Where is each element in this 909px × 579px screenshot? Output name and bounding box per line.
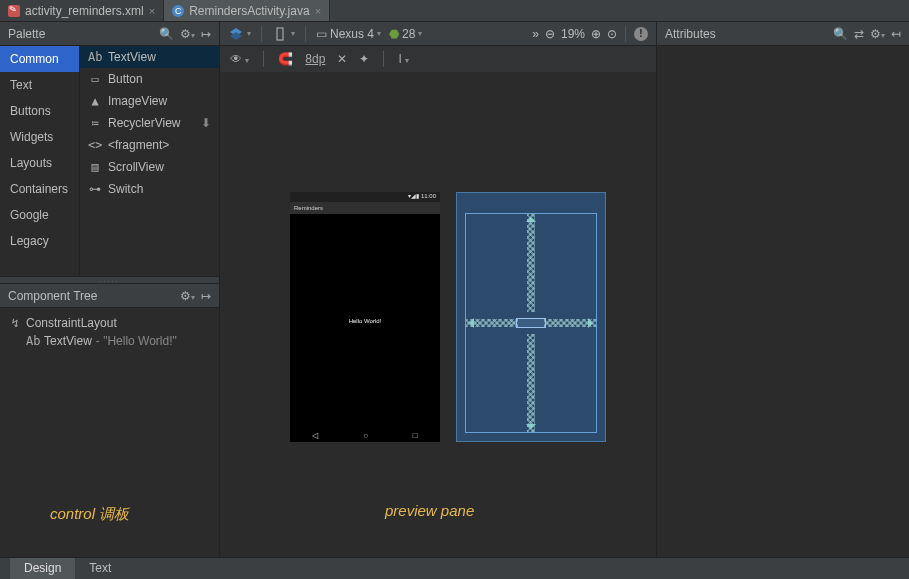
infer-constraints-button[interactable]: ✦	[359, 52, 369, 66]
api-level: 28	[402, 27, 415, 41]
blueprint-textview[interactable]	[516, 318, 546, 328]
api-selector[interactable]: ⬣ 28 ▾	[389, 27, 422, 41]
tree-label: ConstraintLayout	[26, 316, 117, 330]
nav-bar: ◁○□	[290, 428, 440, 442]
zoom-in-button[interactable]: ⊕	[591, 27, 601, 41]
preview-area[interactable]: ▾◢▮ 11:00 Reminders Hello World! ◁○□	[220, 72, 656, 557]
palette-header: Palette 🔍 ⚙▾ ↦	[0, 22, 219, 46]
widget-switch[interactable]: ⊶ Switch	[80, 178, 219, 200]
textview-icon: Ab	[26, 334, 40, 348]
constraintlayout-icon: ↯	[8, 316, 22, 330]
download-icon[interactable]: ⬇	[201, 116, 211, 130]
category-legacy[interactable]: Legacy	[0, 228, 79, 254]
orientation-button[interactable]: ▾	[272, 26, 295, 42]
collapse-icon[interactable]: ↦	[201, 27, 211, 41]
phone-content: Hello World!	[290, 214, 440, 428]
palette-widgets: Ab TextView ▭ Button ▲ ImageView ≔ Recyc…	[80, 46, 219, 276]
tab-label: activity_reminders.xml	[25, 4, 144, 18]
java-file-icon: C	[172, 5, 184, 17]
device-selector[interactable]: ▭ Nexus 4 ▾	[316, 27, 381, 41]
left-panel: Palette 🔍 ⚙▾ ↦ Common Text Buttons Widge…	[0, 22, 220, 557]
search-icon[interactable]: 🔍	[159, 27, 174, 41]
widget-recyclerview[interactable]: ≔ RecyclerView ⬇	[80, 112, 219, 134]
attributes-title: Attributes	[665, 27, 716, 41]
swap-icon[interactable]: ⇄	[854, 27, 864, 41]
category-layouts[interactable]: Layouts	[0, 150, 79, 176]
xml-file-icon	[8, 5, 20, 17]
recyclerview-icon: ≔	[88, 116, 102, 130]
scrollview-icon: ▤	[88, 160, 102, 174]
palette-body: Common Text Buttons Widgets Layouts Cont…	[0, 46, 219, 276]
widget-fragment[interactable]: <> <fragment>	[80, 134, 219, 156]
design-toolbar: ▾ ▾ ▭ Nexus 4 ▾ ⬣ 28 ▾ » ⊖ 19% ⊕	[220, 22, 656, 46]
clear-constraints-button[interactable]: ✕	[337, 52, 347, 66]
palette-categories: Common Text Buttons Widgets Layouts Cont…	[0, 46, 80, 276]
widget-label: Button	[108, 72, 143, 86]
eye-icon[interactable]: 👁 ▾	[230, 52, 249, 66]
widget-label: RecyclerView	[108, 116, 180, 130]
category-widgets[interactable]: Widgets	[0, 124, 79, 150]
widget-scrollview[interactable]: ▤ ScrollView	[80, 156, 219, 178]
bottom-tabs: Design Text	[0, 557, 909, 579]
default-margin-button[interactable]: 8dp	[305, 52, 325, 66]
more-icon[interactable]: »	[532, 27, 539, 41]
align-button[interactable]: I ▾	[398, 52, 409, 66]
fragment-icon: <>	[88, 138, 102, 152]
tree-label: TextView	[44, 334, 92, 348]
blueprint-root	[465, 213, 597, 433]
textview-icon: Ab	[88, 50, 102, 64]
zoom-out-button[interactable]: ⊖	[545, 27, 555, 41]
surface-mode-button[interactable]: ▾	[228, 26, 251, 42]
layers-icon	[228, 26, 244, 42]
gear-icon[interactable]: ⚙▾	[870, 27, 885, 41]
tree-child-textview[interactable]: Ab TextView - "Hello World!"	[4, 332, 215, 350]
switch-icon: ⊶	[88, 182, 102, 196]
category-containers[interactable]: Containers	[0, 176, 79, 202]
widget-imageview[interactable]: ▲ ImageView	[80, 90, 219, 112]
category-google[interactable]: Google	[0, 202, 79, 228]
widget-button[interactable]: ▭ Button	[80, 68, 219, 90]
caption-control: control 调板	[50, 505, 129, 524]
close-icon[interactable]: ×	[315, 5, 321, 17]
widget-label: Switch	[108, 182, 143, 196]
gear-icon[interactable]: ⚙▾	[180, 27, 195, 41]
category-text[interactable]: Text	[0, 72, 79, 98]
blueprint-preview[interactable]	[456, 192, 606, 442]
gear-icon[interactable]: ⚙▾	[180, 289, 195, 303]
widget-textview[interactable]: Ab TextView	[80, 46, 219, 68]
tree-root-constraintlayout[interactable]: ↯ ConstraintLayout	[4, 314, 215, 332]
imageview-icon: ▲	[88, 94, 102, 108]
zoom-fit-button[interactable]: ⊙	[607, 27, 617, 41]
caption-preview: preview pane	[385, 502, 474, 519]
splitter[interactable]: ·····	[0, 276, 219, 284]
close-icon[interactable]: ×	[149, 5, 155, 17]
collapse-icon[interactable]: ↦	[201, 289, 211, 303]
button-icon: ▭	[88, 72, 102, 86]
collapse-icon[interactable]: ↤	[891, 27, 901, 41]
orientation-icon	[272, 26, 288, 42]
zoom-value: 19%	[561, 27, 585, 41]
tab-activity-reminders-xml[interactable]: activity_reminders.xml ×	[0, 0, 164, 21]
right-panel: Attributes 🔍 ⇄ ⚙▾ ↤	[657, 22, 909, 557]
category-buttons[interactable]: Buttons	[0, 98, 79, 124]
widget-label: <fragment>	[108, 138, 169, 152]
tab-reminders-activity-java[interactable]: C RemindersActivity.java ×	[164, 0, 330, 21]
device-name: Nexus 4	[330, 27, 374, 41]
tab-label: RemindersActivity.java	[189, 4, 309, 18]
center-panel: ▾ ▾ ▭ Nexus 4 ▾ ⬣ 28 ▾ » ⊖ 19% ⊕	[220, 22, 657, 557]
tree-value: - "Hello World!"	[96, 334, 177, 348]
search-icon[interactable]: 🔍	[833, 27, 848, 41]
category-common[interactable]: Common	[0, 46, 79, 72]
widget-label: TextView	[108, 50, 156, 64]
status-bar: ▾◢▮ 11:00	[290, 192, 440, 202]
tab-design[interactable]: Design	[10, 558, 75, 579]
tab-text[interactable]: Text	[75, 558, 125, 579]
warnings-button[interactable]: !	[634, 27, 648, 41]
magnet-icon[interactable]: 🧲	[278, 52, 293, 66]
component-tree-header: Component Tree ⚙▾ ↦	[0, 284, 219, 308]
svg-rect-2	[277, 28, 283, 40]
app-bar: Reminders	[290, 202, 440, 214]
component-tree-title: Component Tree	[8, 289, 97, 303]
palette-title: Palette	[8, 27, 45, 41]
design-preview[interactable]: ▾◢▮ 11:00 Reminders Hello World! ◁○□	[290, 192, 440, 442]
